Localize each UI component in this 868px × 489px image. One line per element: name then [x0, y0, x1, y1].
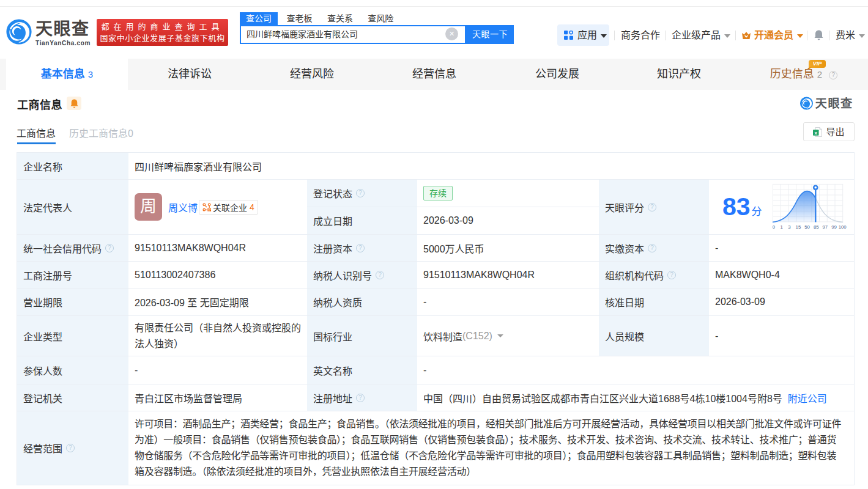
svg-text:0: 0 — [773, 224, 776, 230]
svg-text:50: 50 — [804, 224, 810, 230]
svg-text:天眼查: 天眼查 — [815, 97, 853, 110]
svg-text:1: 1 — [780, 224, 782, 230]
svg-text:97: 97 — [822, 224, 828, 230]
svg-text:99: 99 — [831, 224, 837, 230]
svg-text:100: 100 — [838, 224, 847, 230]
svg-text:x: x — [815, 130, 818, 136]
svg-text:企: 企 — [208, 207, 211, 211]
svg-text:85: 85 — [814, 224, 819, 230]
svg-text:15: 15 — [795, 224, 801, 230]
svg-text:3: 3 — [788, 224, 790, 230]
